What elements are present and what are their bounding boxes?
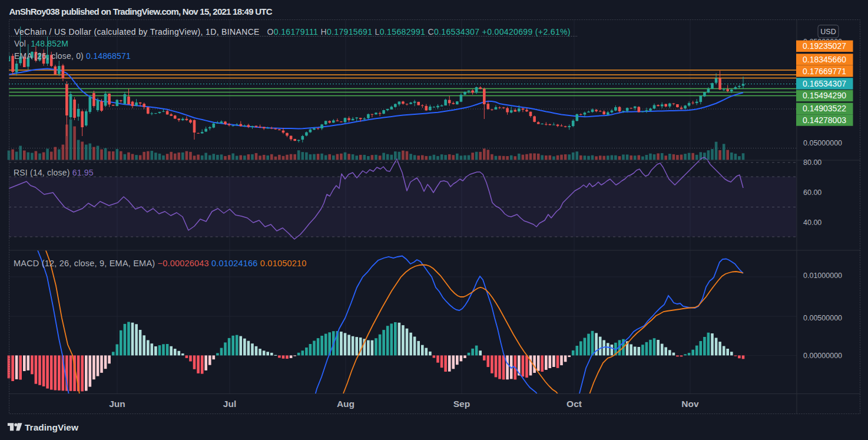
svg-text:Nov: Nov — [681, 399, 699, 409]
svg-text:Jun: Jun — [109, 399, 125, 409]
svg-text:AnShRoy038 published on Tradin: AnShRoy038 published on TradingView.com,… — [9, 6, 273, 16]
svg-text:0.05000000: 0.05000000 — [803, 139, 842, 147]
svg-text:Oct: Oct — [566, 399, 582, 409]
svg-text:0.19235027: 0.19235027 — [803, 41, 846, 51]
svg-text:0.00500000: 0.00500000 — [803, 314, 842, 322]
svg-text:RSI (14, close) 61.95: RSI (14, close) 61.95 — [14, 168, 94, 177]
svg-text:USD: USD — [820, 28, 836, 36]
svg-text:0.14278003: 0.14278003 — [803, 115, 846, 125]
svg-text:TradingView: TradingView — [25, 422, 79, 432]
svg-text:0.14903522: 0.14903522 — [803, 104, 846, 113]
svg-text:0.16534307: 0.16534307 — [803, 79, 846, 88]
svg-text:0.15494290: 0.15494290 — [803, 91, 846, 100]
svg-text:60.00: 60.00 — [803, 188, 821, 197]
svg-text:Jul: Jul — [223, 399, 236, 409]
svg-text:0.18345660: 0.18345660 — [803, 55, 846, 64]
svg-text:EMA (26, close, 0) 0.14868571: EMA (26, close, 0) 0.14868571 — [14, 51, 131, 61]
svg-text:0.00000000: 0.00000000 — [803, 352, 842, 360]
svg-text:80.00: 80.00 — [803, 158, 821, 167]
svg-text:Vol 148.852M: Vol 148.852M — [14, 39, 68, 48]
svg-text:0.17669771: 0.17669771 — [803, 67, 846, 76]
svg-text:VeChain / US Dollar (calculate: VeChain / US Dollar (calculated by Tradi… — [14, 27, 571, 37]
svg-text:MACD (12, 26, close, 9, EMA, E: MACD (12, 26, close, 9, EMA, EMA) −0.000… — [14, 259, 306, 268]
svg-text:Aug: Aug — [337, 399, 355, 409]
svg-text:Sep: Sep — [453, 399, 470, 409]
svg-text:40.00: 40.00 — [803, 219, 821, 227]
svg-text:0.01000000: 0.01000000 — [803, 272, 842, 280]
